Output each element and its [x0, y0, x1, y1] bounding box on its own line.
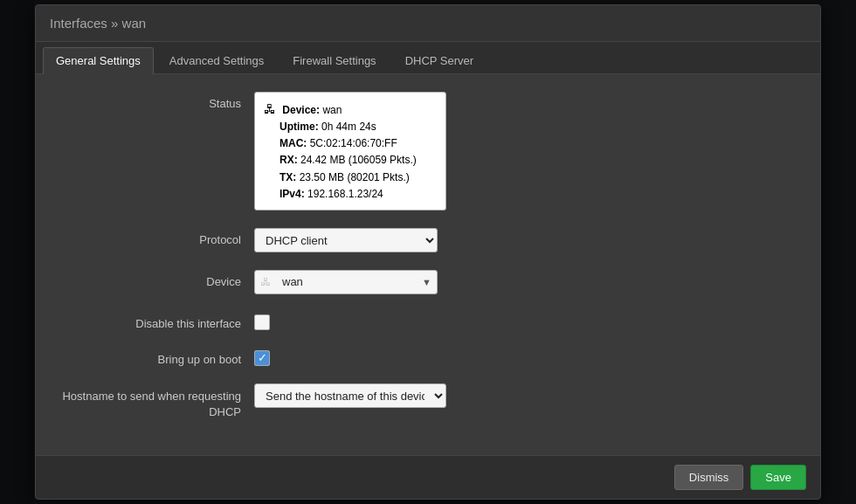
- modal-title-interface: wan: [122, 16, 147, 31]
- device-label: Device: [62, 270, 254, 288]
- device-select[interactable]: wan eth0 eth1: [275, 270, 422, 294]
- device-dropdown-arrow: ▼: [422, 277, 431, 287]
- disable-row: Disable this interface: [62, 312, 794, 330]
- modal-title: Interfaces » wan: [36, 5, 820, 42]
- disable-checkbox[interactable]: [254, 314, 270, 330]
- protocol-select[interactable]: DHCP client Static address PPPoE Unmanag…: [254, 228, 438, 252]
- protocol-row: Protocol DHCP client Static address PPPo…: [62, 228, 794, 252]
- device-select-wrapper[interactable]: 🖧 wan eth0 eth1 ▼: [254, 270, 438, 294]
- status-tx: TX: 23.50 MB (80201 Pkts.): [264, 169, 437, 186]
- device-control: 🖧 wan eth0 eth1 ▼: [254, 270, 794, 294]
- status-control: 🖧 Device: wan Uptime: 0h 44m 24s MAC: 5C…: [254, 92, 794, 211]
- protocol-control: DHCP client Static address PPPoE Unmanag…: [254, 228, 794, 252]
- status-rx: RX: 24.42 MB (106059 Pkts.): [264, 152, 437, 169]
- modal-body: Status 🖧 Device: wan Uptime: 0h 44m 24s: [36, 74, 820, 456]
- modal-title-prefix: Interfaces: [50, 16, 107, 31]
- tab-dhcp[interactable]: DHCP Server: [392, 47, 487, 73]
- tab-general[interactable]: General Settings: [43, 47, 154, 74]
- status-label: Status: [62, 92, 254, 110]
- status-box: 🖧 Device: wan Uptime: 0h 44m 24s MAC: 5C…: [254, 92, 446, 211]
- bootup-row: Bring up on boot ✓: [62, 348, 794, 366]
- protocol-label: Protocol: [62, 228, 254, 246]
- device-network-icon: 🖧: [264, 100, 276, 119]
- status-mac: MAC: 5C:02:14:06:70:FF: [264, 135, 437, 152]
- tab-firewall[interactable]: Firewall Settings: [280, 47, 389, 73]
- status-ipv4: IPv4: 192.168.1.23/24: [264, 186, 437, 203]
- modal-title-separator: »: [107, 16, 122, 31]
- disable-control: [254, 312, 794, 330]
- hostname-select[interactable]: Send the hostname of this device Do not …: [254, 383, 446, 408]
- device-small-icon: 🖧: [260, 276, 271, 288]
- save-button[interactable]: Save: [750, 465, 806, 490]
- tab-advanced[interactable]: Advanced Settings: [156, 47, 277, 73]
- status-uptime: Uptime: 0h 44m 24s: [264, 119, 437, 135]
- device-row: Device 🖧 wan eth0 eth1 ▼: [62, 270, 794, 294]
- bootup-checkbox[interactable]: ✓: [254, 350, 270, 366]
- modal-footer: Dismiss Save: [36, 455, 820, 499]
- status-row: Status 🖧 Device: wan Uptime: 0h 44m 24s: [62, 92, 794, 211]
- dismiss-button[interactable]: Dismiss: [674, 465, 744, 490]
- disable-label: Disable this interface: [62, 312, 254, 330]
- interface-modal: Interfaces » wan General Settings Advanc…: [35, 4, 821, 501]
- bootup-label: Bring up on boot: [62, 348, 254, 366]
- hostname-label: Hostname to send when requesting DHCP: [62, 383, 254, 420]
- status-device: 🖧 Device: wan: [264, 100, 437, 119]
- bootup-control: ✓: [254, 348, 794, 366]
- hostname-control: Send the hostname of this device Do not …: [254, 383, 794, 408]
- hostname-row: Hostname to send when requesting DHCP Se…: [62, 383, 794, 420]
- tab-bar: General Settings Advanced Settings Firew…: [36, 42, 820, 74]
